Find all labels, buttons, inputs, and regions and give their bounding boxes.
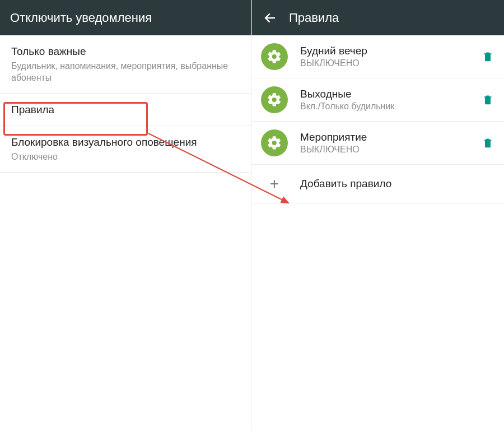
- rule-text: Выходные Вкл./Только будильник: [300, 88, 480, 112]
- trash-icon: [482, 137, 493, 149]
- add-rule-label: Добавить правило: [300, 178, 391, 190]
- trash-icon: [482, 94, 493, 106]
- right-header: Правила: [252, 0, 504, 35]
- rule-title: Будний вечер: [300, 45, 480, 57]
- left-panel: Отключить уведомления Только важные Буди…: [0, 0, 252, 431]
- back-button[interactable]: [262, 10, 278, 26]
- add-rule-button[interactable]: + Добавить правило: [252, 165, 504, 203]
- rule-subtitle: ВЫКЛЮЧЕНО: [300, 58, 480, 68]
- rule-row-weeknight[interactable]: Будний вечер ВЫКЛЮЧЕНО: [252, 35, 504, 78]
- rule-subtitle: Вкл./Только будильник: [300, 101, 480, 112]
- rule-row-event[interactable]: Мероприятие ВЫКЛЮЧЕНО: [252, 122, 504, 165]
- item-priority-only[interactable]: Только важные Будильник, напоминания, ме…: [0, 35, 251, 94]
- left-header-title: Отключить уведомления: [10, 11, 152, 25]
- right-panel: Правила Будний вечер ВЫКЛЮЧЕНО Выходные …: [252, 0, 504, 431]
- rule-text: Мероприятие ВЫКЛЮЧЕНО: [300, 131, 480, 155]
- plus-icon: +: [261, 175, 288, 193]
- item-visual-block[interactable]: Блокировка визуального оповещения Отключ…: [0, 126, 251, 172]
- item-priority-only-subtitle: Будильник, напоминания, мероприятия, выб…: [11, 60, 240, 84]
- rule-row-weekend[interactable]: Выходные Вкл./Только будильник: [252, 78, 504, 122]
- rule-subtitle: ВЫКЛЮЧЕНО: [300, 145, 480, 155]
- right-header-title: Правила: [289, 11, 339, 25]
- delete-button[interactable]: [480, 136, 495, 150]
- gear-icon: [261, 129, 288, 156]
- left-header: Отключить уведомления: [0, 0, 251, 35]
- rule-text: Будний вечер ВЫКЛЮЧЕНО: [300, 45, 480, 68]
- gear-icon: [261, 86, 288, 113]
- item-priority-only-title: Только важные: [11, 44, 240, 59]
- item-visual-block-subtitle: Отключено: [11, 151, 240, 163]
- item-rules-title: Правила: [11, 103, 240, 117]
- item-rules[interactable]: Правила: [0, 94, 251, 127]
- back-arrow-icon: [263, 11, 277, 25]
- delete-button[interactable]: [480, 49, 495, 64]
- item-visual-block-title: Блокировка визуального оповещения: [11, 135, 240, 150]
- rule-title: Выходные: [300, 88, 480, 100]
- rule-title: Мероприятие: [300, 131, 480, 143]
- delete-button[interactable]: [480, 92, 495, 107]
- trash-icon: [482, 50, 493, 63]
- gear-icon: [261, 43, 288, 70]
